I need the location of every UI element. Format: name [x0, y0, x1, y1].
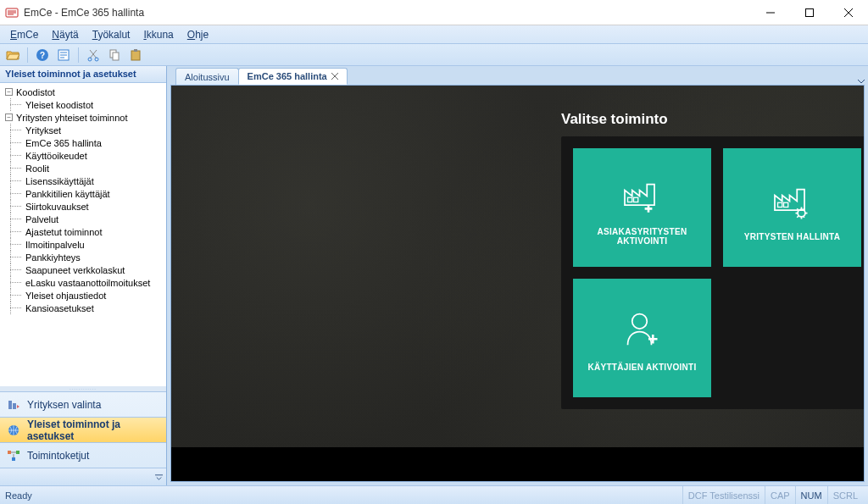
tree-palvelut[interactable]: Palvelut [2, 213, 164, 225]
tree-yleiset-ohjaus[interactable]: Yleiset ohjaustiedot [2, 289, 164, 302]
tree-ilmoitinpalvelu[interactable]: Ilmoitinpalvelu [2, 238, 164, 251]
nav-yrityksen-valinta[interactable]: Yrityksen valinta [0, 392, 166, 418]
toolbar-open-icon[interactable] [3, 46, 22, 64]
svg-rect-12 [13, 403, 16, 409]
tab-emce365[interactable]: EmCe 365 hallinta [238, 68, 348, 85]
tree-pankkitilien[interactable]: Pankkitilien käyttäjät [2, 187, 164, 200]
nav-toimintoketjut[interactable]: Toimintoketjut [0, 443, 166, 468]
svg-rect-18 [633, 197, 637, 202]
svg-rect-19 [777, 202, 782, 207]
status-num: NUM [795, 486, 827, 504]
tree-lisenssikayttajat[interactable]: Lisenssikäyttäjät [2, 174, 164, 187]
tree-koodistot[interactable]: −Koodistot [2, 86, 164, 98]
user-plus-icon [619, 305, 666, 352]
tree-kayttooikeudet[interactable]: Käyttöoikeudet [2, 149, 164, 162]
menu-ohje[interactable]: Ohje [181, 27, 215, 42]
nav-yleiset-toiminnot[interactable]: Yleiset toiminnot ja asetukset [0, 418, 166, 443]
statusbar: Ready DCF Testilisenssi CAP NUM SCRL [0, 485, 868, 504]
svg-rect-9 [131, 51, 140, 60]
window-maximize-button[interactable] [790, 0, 829, 25]
tree-roolit[interactable]: Roolit [2, 162, 164, 174]
factory-gear-icon [769, 174, 816, 222]
svg-rect-17 [627, 197, 632, 202]
status-cap: CAP [765, 486, 795, 504]
svg-point-22 [632, 313, 647, 329]
tree-emce365[interactable]: EmCe 365 hallinta [2, 136, 164, 149]
sidebar: Yleiset toiminnot ja asetukset −Koodisto… [0, 66, 167, 485]
company-select-icon [7, 398, 20, 412]
toolbar-manual-icon[interactable] [54, 46, 73, 64]
workflow-icon [7, 449, 20, 462]
toolbar-paste-icon[interactable] [126, 46, 145, 64]
window-minimize-button[interactable] [751, 0, 790, 25]
collapse-icon[interactable]: − [5, 114, 13, 121]
tree-kansioasetukset[interactable]: Kansioasetukset [2, 302, 164, 314]
tree-yritykset[interactable]: Yritykset [2, 124, 164, 136]
tree-yritysten-yhteiset[interactable]: −Yritysten yhteiset toiminnot [2, 111, 164, 124]
menu-ikkuna[interactable]: Ikkuna [136, 27, 180, 42]
svg-rect-8 [113, 53, 119, 60]
toolbar-cut-icon[interactable] [84, 46, 103, 64]
panel-title: Valitse toiminto [561, 111, 668, 128]
tree-siirtokuvaukset[interactable]: Siirtokuvaukset [2, 200, 164, 213]
tree-ajastetut[interactable]: Ajastetut toiminnot [2, 225, 164, 238]
svg-rect-1 [806, 8, 814, 16]
menu-tyokalut[interactable]: Työkalut [86, 27, 137, 42]
svg-rect-16 [12, 457, 15, 461]
tile-asiakasyritysten-aktivointi[interactable]: ASIAKASYRITYSTEN AKTIVOINTI [573, 148, 711, 267]
globe-icon [7, 424, 20, 437]
toolbar-help-icon[interactable]: ? [33, 46, 52, 64]
toolbar-separator [27, 47, 28, 63]
status-scrl: SCRL [827, 486, 863, 504]
tree-yleiset-koodistot[interactable]: Yleiset koodistot [2, 98, 164, 111]
factory-plus-icon [619, 169, 666, 217]
tile-kayttajien-aktivointi[interactable]: KÄYTTÄJIEN AKTIVOINTI [573, 279, 711, 397]
status-ready: Ready [5, 490, 32, 501]
toolbar-copy-icon[interactable] [105, 46, 124, 64]
sidebar-nav: Yrityksen valinta Yleiset toiminnot ja a… [0, 391, 166, 485]
menu-nayta[interactable]: Näytä [45, 27, 85, 42]
tile-grid: ASIAKASYRITYSTEN AKTIVOINTI YRITYSTEN HA… [561, 136, 865, 409]
window-title: EmCe - EmCe 365 hallinta [24, 7, 751, 19]
tree-elasku[interactable]: eLasku vastaanottoilmoitukset [2, 276, 164, 289]
menu-emce[interactable]: EEmCemCe [3, 27, 45, 42]
document-tabs: Aloitussivu EmCe 365 hallinta [167, 66, 868, 85]
toolbar: ? [0, 44, 868, 66]
svg-rect-14 [8, 451, 11, 454]
tree-saapuneet[interactable]: Saapuneet verkkolaskut [2, 263, 164, 276]
menubar: EEmCemCe Näytä Työkalut Ikkuna Ohje [0, 25, 868, 44]
svg-rect-10 [134, 49, 137, 52]
content-area: Aloitussivu EmCe 365 hallinta Valitse to… [167, 66, 868, 485]
app-icon [5, 6, 19, 19]
svg-rect-11 [8, 401, 12, 409]
nav-expand-button[interactable] [0, 468, 166, 485]
svg-rect-20 [783, 202, 787, 207]
tree-pankkiyhteys[interactable]: Pankkiyhteys [2, 251, 164, 263]
status-license: DCF Testilisenssi [682, 486, 765, 504]
canvas-bottom-bar [171, 447, 864, 481]
tile-yritysten-hallinta[interactable]: YRITYSTEN HALLINTA [723, 148, 861, 267]
chevron-down-icon [858, 78, 865, 85]
window-titlebar: EmCe - EmCe 365 hallinta [0, 0, 868, 25]
svg-text:?: ? [40, 51, 45, 60]
toolbar-separator [78, 47, 79, 63]
chevron-down-icon [155, 474, 163, 481]
window-close-button[interactable] [829, 0, 868, 25]
collapse-icon[interactable]: − [5, 88, 13, 96]
tabs-overflow-button[interactable] [854, 78, 868, 85]
svg-rect-15 [16, 451, 19, 454]
tab-close-icon[interactable] [331, 73, 338, 80]
sidebar-tree: −Koodistot Yleiset koodistot −Yritysten … [0, 83, 166, 386]
main-canvas: Valitse toiminto ASIAKASYRITYSTEN AKTIVO… [170, 85, 865, 482]
tab-aloitussivu[interactable]: Aloitussivu [175, 68, 239, 85]
sidebar-header: Yleiset toiminnot ja asetukset [0, 66, 166, 83]
